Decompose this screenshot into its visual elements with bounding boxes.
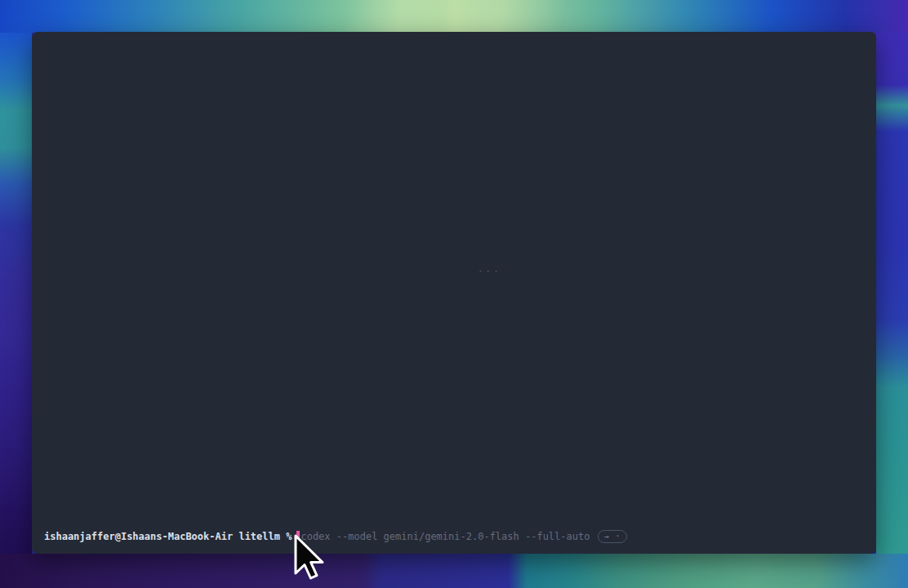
terminal-prompt-line[interactable]: ishaanjaffer@Ishaans-MacBook-Air litellm… [44,530,866,543]
accept-suggestion-hint-badge: → · [598,530,626,543]
desktop: { "desktop": { "wallpaper_colors": ["#1b… [0,0,908,588]
wallpaper-top [0,0,908,33]
text-cursor [296,531,300,543]
terminal-window[interactable]: ... ishaanjaffer@Ishaans-MacBook-Air lit… [32,32,876,554]
shell-prompt: ishaanjaffer@Ishaans-MacBook-Air litellm… [44,530,292,543]
terminal-loading-ellipsis: ... [478,264,501,274]
wallpaper-right [876,33,908,554]
wallpaper-bottom [0,554,908,588]
autosuggestion-text: codex --model gemini/gemini-2.0-flash --… [300,530,590,543]
wallpaper-left [0,33,32,554]
